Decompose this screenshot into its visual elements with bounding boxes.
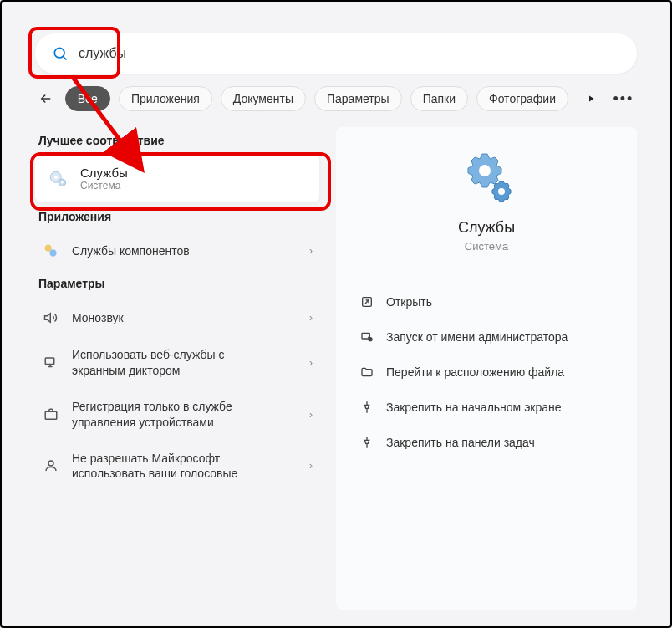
preview-panel: Службы Система Открыть Запуск от имени а…	[336, 127, 637, 610]
section-best-match: Лучшее соответствие	[38, 134, 319, 147]
pin-icon	[359, 400, 374, 415]
action-run-as-admin[interactable]: Запуск от имени администратора	[353, 321, 620, 353]
more-button[interactable]: •••	[610, 85, 637, 112]
best-match-subtitle: Система	[80, 180, 128, 191]
param-result-item[interactable]: Использовать веб-службы с экранным дикто…	[35, 337, 319, 389]
briefcase-icon	[42, 406, 60, 424]
param-result-item[interactable]: Регистрация только в службе управления у…	[35, 389, 319, 441]
open-icon	[359, 294, 374, 309]
scroll-right-button[interactable]	[580, 85, 602, 112]
services-icon-large	[460, 152, 513, 206]
chevron-right-icon: ›	[309, 245, 313, 257]
admin-icon	[359, 329, 374, 345]
monitor-icon	[42, 354, 60, 372]
svg-point-15	[369, 338, 372, 341]
content-area: Лучшее соответствие Службы Система Прило…	[35, 127, 637, 610]
svg-rect-9	[45, 411, 57, 419]
search-icon	[52, 45, 69, 62]
svg-point-10	[48, 461, 53, 466]
services-icon	[47, 167, 70, 191]
filter-chip-all[interactable]: Все	[65, 86, 110, 111]
section-apps: Приложения	[38, 210, 319, 223]
action-label: Запуск от имени администратора	[386, 330, 568, 344]
svg-point-3	[54, 175, 58, 178]
section-parameters: Параметры	[38, 277, 319, 290]
param-result-item[interactable]: Монозвук ›	[35, 299, 319, 337]
best-match-result[interactable]: Службы Система	[35, 156, 319, 202]
param-result-item[interactable]: Не разрешать Майкрософт использовать ваш…	[35, 441, 319, 493]
component-services-icon	[42, 242, 60, 260]
preview-hero: Службы Система	[353, 152, 620, 253]
privacy-icon	[42, 457, 60, 475]
filter-chip-parameters[interactable]: Параметры	[314, 86, 402, 111]
preview-title: Службы	[458, 219, 515, 237]
action-label: Открыть	[386, 295, 432, 309]
filter-row: Все Приложения Документы Параметры Папки…	[35, 85, 637, 112]
list-item-label: Не разрешать Майкрософт использовать ваш…	[72, 451, 272, 482]
svg-point-12	[498, 188, 505, 195]
search-bar[interactable]	[35, 33, 637, 74]
filter-chip-photos[interactable]: Фотографии	[476, 86, 568, 111]
svg-rect-8	[45, 358, 54, 365]
list-item-label: Регистрация только в службе управления у…	[72, 399, 272, 431]
action-label: Перейти к расположению файла	[386, 365, 564, 379]
action-list: Открыть Запуск от имени администратора П…	[353, 286, 620, 458]
search-input[interactable]	[79, 46, 620, 61]
pin-icon	[359, 435, 374, 450]
app-result-item[interactable]: Службы компонентов ›	[35, 232, 319, 270]
back-button[interactable]	[35, 85, 57, 112]
list-item-label: Использовать веб-службы с экранным дикто…	[72, 347, 272, 379]
svg-line-1	[64, 57, 67, 60]
folder-icon	[359, 365, 374, 380]
action-pin-start[interactable]: Закрепить на начальном экране	[353, 391, 620, 423]
chevron-right-icon: ›	[309, 357, 313, 369]
results-column: Лучшее соответствие Службы Система Прило…	[35, 127, 319, 610]
svg-point-5	[61, 181, 64, 183]
filter-chip-documents[interactable]: Документы	[221, 86, 306, 111]
list-item-label: Службы компонентов	[72, 243, 190, 259]
chevron-right-icon: ›	[309, 460, 313, 472]
best-match-title: Службы	[80, 166, 128, 180]
svg-point-0	[54, 48, 64, 58]
action-open-location[interactable]: Перейти к расположению файла	[353, 356, 620, 388]
svg-point-7	[49, 249, 56, 256]
action-open[interactable]: Открыть	[353, 286, 620, 318]
filter-chip-apps[interactable]: Приложения	[119, 86, 212, 111]
list-item-label: Монозвук	[72, 310, 124, 326]
chevron-right-icon: ›	[309, 312, 313, 324]
best-match-text: Службы Система	[80, 166, 128, 191]
action-pin-taskbar[interactable]: Закрепить на панели задач	[353, 426, 620, 458]
action-label: Закрепить на начальном экране	[386, 401, 562, 414]
filter-chip-folders[interactable]: Папки	[410, 86, 468, 111]
sound-icon	[42, 309, 60, 327]
preview-subtitle: Система	[465, 240, 508, 253]
chevron-right-icon: ›	[309, 409, 313, 421]
action-label: Закрепить на панели задач	[386, 436, 535, 449]
svg-point-11	[479, 165, 491, 176]
